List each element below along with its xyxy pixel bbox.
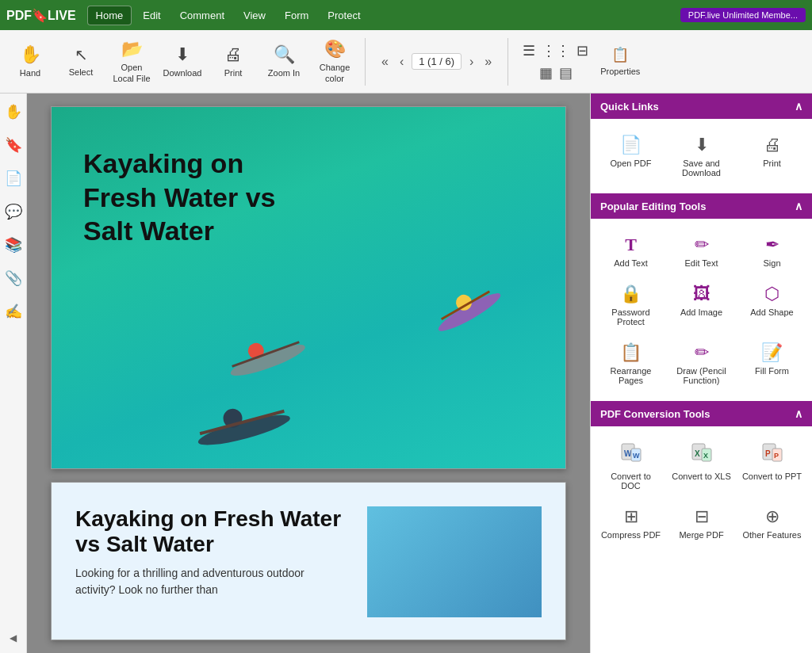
print-tool[interactable]: 🖨 Print [209,34,257,90]
sidebar-hand-icon[interactable]: ✋ [2,100,25,124]
properties-tool[interactable]: 📋 Properties [596,34,644,90]
merge-btn[interactable]: ⊟ Merge PDF [668,500,735,546]
popular-editing-collapse[interactable]: ∧ [795,200,802,212]
convert-xls-btn[interactable]: XX Convert to XLS [668,436,735,497]
main-layout: ✋ 🔖 📄 💬 📚 📎 ✍ ◀ Kayaking on Fresh Water … [0,94,812,653]
columns-btn[interactable]: ⋮⋮ [540,40,572,61]
nav-protect[interactable]: Protect [320,6,368,25]
pdf-page-1: Kayaking on Fresh Water vs Salt Water [51,106,566,469]
popular-editing-title: Popular Editing Tools [600,200,706,212]
sign-label: Sign [763,258,780,268]
page2-image [367,506,542,617]
open-label: Open Local File [111,63,152,83]
password-icon: 🔒 [620,284,642,304]
convert-doc-btn[interactable]: WW Convert to DOC [597,436,665,497]
properties-label: Properties [600,67,640,77]
other-features-btn[interactable]: ⊕ Other Features [738,500,806,546]
nav-view[interactable]: View [236,6,274,25]
sign-btn[interactable]: ✒ Sign [738,228,806,274]
open-pdf-label: Open PDF [611,158,652,168]
print-btn[interactable]: 🖨 Print [738,128,806,184]
fill-form-btn[interactable]: 📝 Fill Form [738,336,806,391]
pdf-page-2: Kayaking on Fresh Water vs Salt Water Lo… [51,482,566,640]
logo: PDF🔖LIVE [6,8,76,23]
left-sidebar: ✋ 🔖 📄 💬 📚 📎 ✍ ◀ [0,94,27,653]
popular-editing-grid: T Add Text ✏ Edit Text ✒ Sign 🔒 Password… [591,219,812,401]
svg-text:P: P [774,452,779,460]
nav-form[interactable]: Form [277,6,316,25]
top-nav: PDF🔖LIVE Home Edit Comment View Form Pro… [0,0,812,30]
sidebar-attachment-icon[interactable]: 📎 [2,266,25,290]
rearrange-pages-btn[interactable]: 📋 Rearrange Pages [597,336,665,391]
merge-label: Merge PDF [679,530,723,540]
toolbar-divider-2 [508,38,508,86]
edit-text-btn[interactable]: ✏ Edit Text [668,228,735,274]
quick-links-grid: 📄 Open PDF ⬇ Save and Download 🖨 Print [591,119,812,193]
nav-edit[interactable]: Edit [135,6,168,25]
select-tool[interactable]: ↖ Select [57,34,105,90]
edit-text-icon: ✏ [695,235,709,255]
view-btn[interactable]: ⊟ [575,40,590,61]
prev-page-btn[interactable]: ‹ [396,53,407,71]
quick-links-header: Quick Links ∧ [591,94,812,119]
print-icon: 🖨 [224,44,242,65]
sidebar-signature-icon[interactable]: ✍ [2,300,25,323]
sidebar-bookmark-icon[interactable]: 🔖 [2,133,25,157]
nav-home[interactable]: Home [87,6,132,25]
sidebar-collapse-btn[interactable]: ◀ [6,629,20,647]
color-label: Change color [314,63,355,83]
download-label: Download [163,68,202,78]
page-indicator: 1 (1 / 6) [412,53,462,70]
change-color-tool[interactable]: 🎨 Change color [311,34,358,90]
hand-tool[interactable]: ✋ Hand [6,34,54,90]
kayak-background: Kayaking on Fresh Water vs Salt Water [52,107,565,469]
next-page-btn[interactable]: › [466,53,477,71]
draw-btn[interactable]: ✏ Draw (Pencil Function) [668,336,735,391]
svg-point-0 [435,288,504,337]
table-layout-btn[interactable]: ☰ [521,40,537,61]
select-label: Select [69,67,94,78]
page2-title: Kayaking on Fresh Water vs Salt Water [75,506,342,557]
open-pdf-btn[interactable]: 📄 Open PDF [597,128,665,184]
compress-icon: ⊞ [624,506,638,527]
open-pdf-icon: 📄 [620,135,642,155]
grid-btn[interactable]: ▦ [538,63,554,83]
first-page-btn[interactable]: « [378,53,392,71]
convert-ppt-label: Convert to PPT [742,472,802,481]
save-download-btn[interactable]: ⬇ Save and Download [668,128,735,184]
draw-label: Draw (Pencil Function) [671,366,732,385]
nav-comment[interactable]: Comment [172,6,232,25]
download-tool[interactable]: ⬇ Download [159,34,206,90]
kayaker-2 [222,324,308,384]
convert-ppt-btn[interactable]: PP Convert to PPT [738,436,806,497]
grid2-btn[interactable]: ▤ [557,63,574,83]
password-protect-btn[interactable]: 🔒 Password Protect [597,277,665,333]
hand-icon: ✋ [20,44,41,65]
toolbar-divider [365,38,366,86]
other-features-label: Other Features [743,530,802,540]
merge-icon: ⊟ [695,506,709,527]
add-shape-btn[interactable]: ⬡ Add Shape [738,277,806,333]
add-image-btn[interactable]: 🖼 Add Image [668,277,735,333]
print-quick-label: Print [763,158,781,168]
sidebar-comment-icon[interactable]: 💬 [2,200,25,223]
sidebar-layers-icon[interactable]: 📚 [2,233,25,257]
open-local-tool[interactable]: 📂 Open Local File [108,34,155,90]
fill-form-icon: 📝 [761,342,783,363]
compress-btn[interactable]: ⊞ Compress PDF [597,500,665,546]
last-page-btn[interactable]: » [481,53,495,71]
quick-links-title: Quick Links [600,101,659,113]
sign-icon: ✒ [765,235,779,255]
pdf-conversion-title: PDF Conversion Tools [600,408,710,420]
svg-text:X: X [703,452,708,460]
zoom-tool[interactable]: 🔍 Zoom In [260,34,308,90]
pdf-conversion-collapse[interactable]: ∧ [795,407,802,420]
sidebar-pages-icon[interactable]: 📄 [2,166,25,190]
compress-label: Compress PDF [601,530,661,540]
page2-text: Looking for a thrilling and adventurous … [75,565,342,598]
other-features-icon: ⊕ [765,506,779,527]
add-text-btn[interactable]: T Add Text [597,228,665,274]
membership-badge: PDF.live Unlimited Membe... [680,8,806,22]
quick-links-collapse[interactable]: ∧ [795,100,802,113]
add-image-icon: 🖼 [693,284,710,304]
